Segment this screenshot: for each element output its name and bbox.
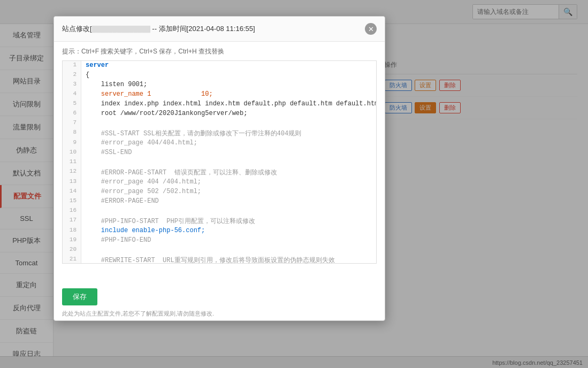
title-suffix: -- 添加时间[2021-04-08 11:16:55] xyxy=(150,25,255,33)
code-line-9: 9 #error_page 404/404.html; xyxy=(63,139,376,148)
code-line-11: 11 xyxy=(63,158,376,167)
title-prefix: 站点修改[ xyxy=(62,25,92,33)
code-line-2: 2{ xyxy=(63,71,376,80)
code-line-21: 21 #REWRITE-START URL重写规则引用，修改后将导致面板设置的伪… xyxy=(63,255,376,264)
code-line-15: 15 #ERROR-PAGE-END xyxy=(63,197,376,206)
modal-header: 站点修改[██████████████ -- 添加时间[2021-04-08 1… xyxy=(54,17,385,42)
code-line-3: 3 listen 9001; xyxy=(63,80,376,90)
code-line-6: 6 root /www/root/2020J1ankong5erver/web; xyxy=(63,109,376,119)
code-editor[interactable]: 1server2{3 listen 9001;4 server_name 1 1… xyxy=(62,60,377,264)
modal-title: 站点修改[██████████████ -- 添加时间[2021-04-08 1… xyxy=(62,24,255,34)
code-line-5: 5 index index.php index.html index.htm d… xyxy=(63,99,376,109)
site-config-modal: 站点修改[██████████████ -- 添加时间[2021-04-08 1… xyxy=(54,16,385,321)
modal-body: 提示：Ctrl+F 搜索关键字，Ctrl+S 保存，Ctrl+H 查找替换 1s… xyxy=(54,42,385,283)
modal-overlay: 站点修改[██████████████ -- 添加时间[2021-04-08 1… xyxy=(0,0,588,368)
code-line-16: 16 xyxy=(63,206,376,216)
code-line-13: 13 #error_page 404 /404.html; xyxy=(63,178,376,187)
code-line-19: 19 #PHP-INFO-END xyxy=(63,236,376,246)
save-button[interactable]: 保存 xyxy=(62,288,97,305)
code-line-10: 10 #SSL-END xyxy=(63,148,376,158)
hint-text: 提示：Ctrl+F 搜索关键字，Ctrl+S 保存，Ctrl+H 查找替换 xyxy=(62,47,377,56)
code-line-8: 8 #SSL-START SSL相关配置，请勿删除或修改下一行带注释的404规则 xyxy=(63,128,376,139)
modal-footer: 保存 此处为站点主配置文件,若您不了解配置规则,请勿随意修改. xyxy=(54,283,385,320)
code-line-20: 20 xyxy=(63,246,376,255)
code-line-18: 18 include enable-php-56.conf; xyxy=(63,226,376,236)
modal-close-button[interactable]: ✕ xyxy=(365,23,377,35)
code-line-4: 4 server_name 1 10; xyxy=(63,90,376,99)
code-line-1: 1server xyxy=(63,61,376,71)
code-line-7: 7 xyxy=(63,119,376,128)
code-line-12: 12 #ERROR-PAGE-START 错误页配置，可以注释、删除或修改 xyxy=(63,167,376,178)
title-domain: ██████████████ xyxy=(92,26,150,32)
code-line-14: 14 #error_page 502 /502.html; xyxy=(63,187,376,197)
footer-note: 此处为站点主配置文件,若您不了解配置规则,请勿随意修改. xyxy=(62,310,377,318)
code-line-17: 17 #PHP-INFO-START PHP引用配置，可以注释或修改 xyxy=(63,216,376,226)
